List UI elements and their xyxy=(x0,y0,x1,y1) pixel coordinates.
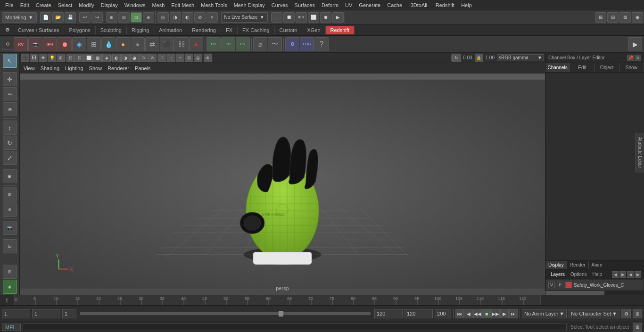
channel-box-pin-button[interactable]: 📌 xyxy=(627,55,634,61)
attribute-editor-tab[interactable]: Attribute Editor xyxy=(636,133,644,172)
viewport-menu-renderer[interactable]: Renderer xyxy=(106,65,131,72)
go-to-end-button[interactable]: ⏭ xyxy=(509,309,518,318)
select-active-button[interactable]: ⊡ xyxy=(131,12,142,23)
timeline-ruler-content[interactable]: 0 5 10 15 20 25 30 35 40 45 50 xyxy=(14,295,540,305)
tab-sculpting[interactable]: Sculpting xyxy=(96,26,127,34)
move-tool-button[interactable]: ↕ xyxy=(3,121,17,135)
render-button[interactable]: 🔲 xyxy=(283,12,295,23)
vp-snap-view-icon[interactable]: ⊞ xyxy=(185,54,193,62)
layer-tab-render[interactable]: Render xyxy=(567,261,589,269)
tab-xgen[interactable]: XGen xyxy=(302,26,325,34)
tab-animation[interactable]: Animation xyxy=(154,26,187,34)
play-forward-button[interactable]: ▶▶ xyxy=(491,309,500,318)
step-back-button[interactable]: ◀ xyxy=(464,309,473,318)
marquee-select-button[interactable]: ◐ xyxy=(182,12,193,23)
vp-snap-live-icon[interactable]: ◎ xyxy=(194,54,202,62)
scale-tool-button[interactable]: ⤢ xyxy=(3,151,17,165)
command-language-label[interactable]: MEL xyxy=(2,324,21,331)
shelf-icon-wave[interactable]: 〜 xyxy=(268,37,282,51)
redo-button[interactable]: ↪ xyxy=(91,12,103,23)
layers-tab-options[interactable]: Options xyxy=(568,271,589,278)
vp-ao-icon[interactable]: ◑ xyxy=(121,54,130,62)
menu-help[interactable]: Help xyxy=(458,1,475,9)
tab-curves-surfaces[interactable]: Curves / Surfaces xyxy=(13,26,64,34)
screen-btn-2[interactable]: ⊟ xyxy=(607,12,619,23)
vp-snap-pt-icon[interactable]: • xyxy=(176,54,184,62)
menu-windows[interactable]: Windows xyxy=(121,1,149,9)
frame-sub-field[interactable]: 1 xyxy=(62,309,76,318)
menu-deform[interactable]: Deform xyxy=(318,1,342,9)
layer-tab-anim[interactable]: Anim xyxy=(589,261,606,269)
play-back-button[interactable]: ◀◀ xyxy=(473,309,482,318)
menu-create[interactable]: Create xyxy=(33,1,55,9)
vp-xform-icon[interactable]: ⊕ xyxy=(204,54,212,62)
vp-light-icon[interactable]: 💡 xyxy=(48,54,56,62)
menu-redshift[interactable]: Redshift xyxy=(432,1,458,9)
shelf-expand-arrow[interactable]: ▶ xyxy=(628,37,642,51)
shelf-icon-diamond[interactable]: ◈ xyxy=(72,37,86,51)
menu-file[interactable]: File xyxy=(2,1,17,9)
frame-current-field[interactable]: 1 xyxy=(32,309,60,318)
menu-surfaces[interactable]: Surfaces xyxy=(291,1,318,9)
shelf-icon-rs3[interactable]: ? xyxy=(314,37,329,51)
shelf-icon-cam[interactable]: 📷 xyxy=(28,37,42,51)
tab-rigging[interactable]: Rigging xyxy=(127,26,154,34)
menu-3dtool[interactable]: -3DtoAll- xyxy=(405,1,432,9)
menu-edit-mesh[interactable]: Edit Mesh xyxy=(168,1,198,9)
no-character-set-dropdown[interactable]: No Character Set ▼ xyxy=(569,309,619,318)
record-button[interactable]: ⏺ xyxy=(320,12,331,23)
vp-light2-icon[interactable]: ◈ xyxy=(102,54,111,62)
layer-vp-toggle[interactable]: V xyxy=(548,282,555,288)
soft-select-button[interactable]: ⊘ xyxy=(194,12,206,23)
select-tool-button[interactable]: ↖ xyxy=(3,54,17,68)
tab-fx-caching[interactable]: FX Caching xyxy=(238,26,274,34)
shelf-icon-chain[interactable]: ⛓ xyxy=(174,37,189,51)
shelf-icon-red-sphere[interactable]: ● xyxy=(189,37,203,51)
menu-modify[interactable]: Modify xyxy=(75,1,97,9)
shelf-settings-button[interactable]: ⚙ xyxy=(2,39,13,50)
menu-select[interactable]: Select xyxy=(55,1,76,9)
save-file-button[interactable]: 💾 xyxy=(65,12,76,23)
tabs-settings-button[interactable]: ⚙ xyxy=(2,24,13,35)
shelf-icon-teardrop[interactable]: 💧 xyxy=(101,37,116,51)
total-frames-field[interactable]: 200 xyxy=(435,309,451,318)
tab-fx[interactable]: FX xyxy=(221,26,238,34)
menu-uv[interactable]: UV xyxy=(342,1,355,9)
menu-display[interactable]: Display xyxy=(98,1,121,9)
tab-rendering[interactable]: Rendering xyxy=(187,26,221,34)
bc-icon-1[interactable]: ⚙ xyxy=(621,309,631,318)
layers-left-arrow2-button[interactable]: ◀ xyxy=(627,271,634,278)
layer-color-swatch[interactable] xyxy=(565,282,572,288)
channel-tab-edit[interactable]: Edit xyxy=(570,63,594,72)
viewport-menu-shading[interactable]: Shading xyxy=(39,65,61,72)
shelf-icon-pr2[interactable]: PR xyxy=(221,37,235,51)
bottom-tool-1[interactable]: ⊞ xyxy=(3,265,17,279)
channel-box-close-button[interactable]: ✕ xyxy=(635,55,641,61)
vp-texture-icon[interactable]: ▦ xyxy=(93,54,102,62)
viewport-menu-show[interactable]: Show xyxy=(87,65,104,72)
rotate-tool-button[interactable]: ↻ xyxy=(3,136,17,150)
bc-icon-2[interactable]: ⊞ xyxy=(633,309,642,318)
tab-custom[interactable]: Custom xyxy=(275,26,303,34)
shelf-icon-bowl[interactable]: ⌀ xyxy=(253,37,267,51)
camera-tool-button[interactable]: 🎥 xyxy=(271,12,282,23)
vp-eye-icon[interactable]: 👁 xyxy=(39,54,47,62)
viewport-menu-view[interactable]: View xyxy=(22,65,37,72)
frame-start-field[interactable]: 1 xyxy=(2,309,30,318)
layer-row-1[interactable]: V P Safety_Work_Gloves_C xyxy=(546,280,643,290)
select-by-hierarchy-button[interactable]: ⊟ xyxy=(118,12,130,23)
shelf-icon-rv[interactable]: RV xyxy=(14,37,28,51)
layers-scrollbar[interactable] xyxy=(545,291,644,295)
shelf-icon-pr3[interactable]: PR xyxy=(236,37,250,51)
vp-film-icon[interactable]: 🎞 xyxy=(30,54,38,62)
playback-slider[interactable] xyxy=(80,312,371,315)
menu-edit[interactable]: Edit xyxy=(17,1,33,9)
screen-btn-1[interactable]: ⊞ xyxy=(595,12,606,23)
display-tool-button[interactable]: ⊞ xyxy=(3,187,17,202)
vp-snap-curve-icon[interactable]: ◦ xyxy=(167,54,175,62)
layer-p-toggle[interactable]: P xyxy=(557,282,563,288)
paint-select-button[interactable]: ◑ xyxy=(170,12,181,23)
vp-solid-icon[interactable]: ⬜ xyxy=(84,54,93,62)
shelf-icon-sphere2[interactable]: ● xyxy=(131,37,145,51)
vp-wire-icon[interactable]: ⊡ xyxy=(75,54,84,62)
